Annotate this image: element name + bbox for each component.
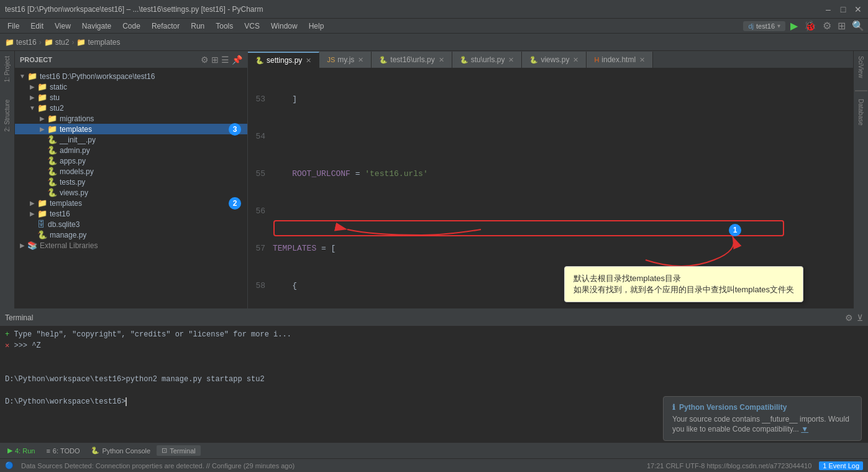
structure-panel-label[interactable]: 2: Structure: [2, 97, 12, 134]
tree-item-migrations[interactable]: ▶ 📁 migrations: [15, 113, 247, 124]
tree-item-external[interactable]: ▶ 📚 External Libraries: [15, 240, 247, 251]
tree-item-stu2[interactable]: ▼ 📁 stu2: [15, 103, 247, 113]
console-label: Python Console: [102, 447, 150, 455]
debug-button[interactable]: 🐞: [803, 19, 818, 33]
tab-close-icon[interactable]: ✕: [358, 56, 363, 64]
project-sidebar: Project ⚙ ⊞ ☰ 📌 ▼ 📁 test16 D:\Python\wor…: [15, 51, 248, 308]
terminal-settings-icon[interactable]: ⚙: [845, 313, 853, 323]
terminal-expand-icon[interactable]: ⊻: [857, 313, 863, 323]
editor-tabs: 🐍 settings.py ✕ JS my.js ✕ 🐍 test16\urls…: [248, 51, 853, 68]
tree-label: models.py: [60, 167, 94, 176]
database-label[interactable]: Database: [856, 96, 866, 128]
run-button[interactable]: ▶: [789, 19, 799, 33]
tab-close-icon[interactable]: ✕: [573, 56, 578, 64]
tab-label: settings.py: [267, 56, 302, 65]
tree-item-stu[interactable]: ▶ 📁 stu: [15, 92, 247, 103]
tree-item-static[interactable]: ▶ 📁 static: [15, 81, 247, 92]
menu-refactor[interactable]: Refactor: [147, 21, 185, 32]
tree-item-models[interactable]: ▶ 🐍 models.py: [15, 166, 247, 177]
project-panel-label[interactable]: 1: Project: [2, 53, 12, 85]
layout-button[interactable]: ⊞: [836, 19, 847, 33]
tree-item-tests[interactable]: ▶ 🐍 tests.py: [15, 177, 247, 187]
todo-toolbar-button[interactable]: ≡ 6: TODO: [41, 446, 85, 456]
tab-index-html[interactable]: H index.html ✕: [587, 52, 653, 68]
terminal-text: >>> ^Z: [14, 341, 40, 350]
tab-close-icon[interactable]: ✕: [639, 56, 645, 64]
py-icon: 🐍: [47, 146, 57, 155]
search-button[interactable]: 🔍: [851, 19, 866, 33]
folder-icon: 📁: [27, 72, 37, 81]
sciview-label[interactable]: SciView: [856, 53, 866, 80]
notification-link[interactable]: ▼: [801, 425, 808, 433]
tree-arrow: ▼: [17, 73, 27, 80]
tab-close-icon[interactable]: ✕: [306, 57, 311, 65]
settings-button[interactable]: ⚙: [821, 19, 833, 33]
menu-code[interactable]: Code: [117, 21, 145, 32]
tab-close-icon[interactable]: ✕: [508, 56, 514, 64]
tree-item-templates-root[interactable]: ▶ 📁 templates 2: [15, 198, 247, 208]
tab-label: stu\urls.py: [471, 55, 505, 64]
tree-label: stu: [50, 93, 60, 102]
menu-view[interactable]: View: [50, 21, 76, 32]
menu-help[interactable]: Help: [304, 21, 329, 32]
run-config-selector[interactable]: dj test16 ▾: [743, 21, 785, 31]
breadcrumb-test16[interactable]: 📁 test16: [5, 38, 37, 47]
menu-tools[interactable]: Tools: [211, 21, 238, 32]
menu-edit[interactable]: Edit: [25, 21, 48, 32]
circle-marker-2: 2: [229, 197, 241, 210]
tree-arrow: ▶: [27, 94, 37, 101]
tab-test16-urls[interactable]: 🐍 test16\urls.py ✕: [372, 52, 452, 68]
notification-panel: ℹ Python Versions Compatibility Your sou…: [663, 396, 862, 441]
menu-navigate[interactable]: Navigate: [77, 21, 116, 32]
tree-item-admin[interactable]: ▶ 🐍 admin.py: [15, 145, 247, 155]
tree-item-templates-stu2[interactable]: ▶ 📁 templates 3: [15, 124, 247, 134]
close-button[interactable]: ✕: [853, 4, 863, 14]
tree-item-db[interactable]: ▶ 🗄 db.sqlite3: [15, 219, 247, 229]
tree-item-init[interactable]: ▶ 🐍 __init__.py: [15, 134, 247, 145]
code-line-56: 56: [253, 205, 848, 218]
tree-arrow: ▶: [37, 126, 47, 132]
python-console-button[interactable]: 🐍 Python Console: [86, 445, 155, 456]
menu-window[interactable]: Window: [266, 21, 303, 32]
breadcrumb-templates[interactable]: 📁 templates: [76, 38, 120, 47]
main-area: 1: Project 2: Structure Project ⚙ ⊞ ☰ 📌 …: [0, 51, 868, 472]
tree-item-apps[interactable]: ▶ 🐍 apps.py: [15, 155, 247, 166]
py-icon: 🐍: [37, 230, 47, 239]
tab-views[interactable]: 🐍 views.py ✕: [522, 52, 587, 68]
terminal-line-2: ✕ >>> ^Z: [5, 340, 863, 351]
bottom-toolbar: ▶ 4: Run ≡ 6: TODO 🐍 Python Console ⊡ Te…: [0, 442, 868, 458]
menu-bar: File Edit View Navigate Code Refactor Ru…: [0, 19, 868, 34]
tab-my-js[interactable]: JS my.js ✕: [319, 52, 372, 68]
sidebar-expand-icon[interactable]: ⊞: [211, 55, 219, 65]
green-indicator: +: [5, 330, 9, 339]
status-bar: 🔵 Data Sources Detected: Connection prop…: [0, 458, 868, 472]
tree-item-views[interactable]: ▶ 🐍 views.py: [15, 187, 247, 198]
sidebar-collapse-icon[interactable]: ☰: [221, 55, 229, 65]
run-config-name: test16: [756, 22, 775, 30]
tab-close-icon[interactable]: ✕: [439, 56, 444, 64]
menu-run[interactable]: Run: [186, 21, 209, 32]
sidebar-settings-icon[interactable]: ⚙: [201, 55, 209, 65]
status-right-text: 17:21 CRLF UTF-8 https://blog.csdn.net/a…: [647, 462, 811, 470]
run-toolbar-button[interactable]: ▶ 4: Run: [2, 445, 40, 456]
minimize-button[interactable]: –: [823, 4, 833, 14]
menu-file[interactable]: File: [2, 21, 24, 32]
maximize-button[interactable]: □: [838, 4, 848, 14]
event-log-badge[interactable]: 1 Event Log: [819, 461, 863, 470]
window-title: test16 [D:\Python\workspace\test16] – ..…: [5, 5, 263, 14]
sidebar-pin-icon[interactable]: 📌: [232, 55, 242, 65]
editor-area: 1: Project 2: Structure Project ⚙ ⊞ ☰ 📌 …: [0, 51, 868, 308]
terminal-toolbar-button[interactable]: ⊡ Terminal: [157, 445, 201, 456]
top-right-toolbar: dj test16 ▾ ▶ 🐞 ⚙ ⊞ 🔍: [743, 19, 866, 33]
tree-item-manage[interactable]: ▶ 🐍 manage.py: [15, 229, 247, 240]
tab-stu-urls[interactable]: 🐍 stu\urls.py ✕: [452, 52, 523, 68]
tab-label: test16\urls.py: [390, 55, 434, 64]
terminal-text: Type "help", "copyright", "credits" or "…: [14, 330, 291, 339]
folder-icon: 📁: [5, 38, 14, 47]
right-panel: SciView Database: [853, 51, 868, 308]
tab-settings-py[interactable]: 🐍 settings.py ✕: [248, 52, 319, 68]
breadcrumb-stu2[interactable]: 📁 stu2: [44, 38, 70, 47]
tree-item-root[interactable]: ▼ 📁 test16 D:\Python\workspace\test16: [15, 71, 247, 81]
tree-item-test16[interactable]: ▶ 📁 test16: [15, 208, 247, 219]
menu-vcs[interactable]: VCS: [239, 21, 265, 32]
